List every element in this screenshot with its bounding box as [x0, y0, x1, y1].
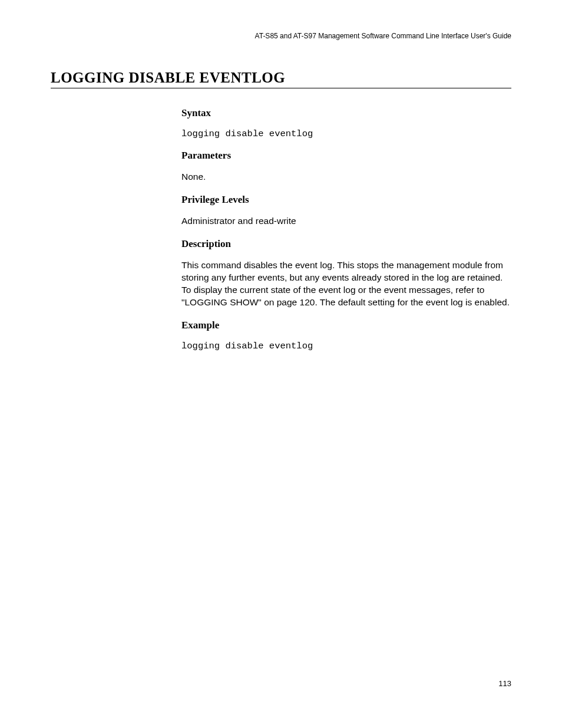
parameters-text: None.: [181, 171, 511, 183]
description-text: This command disables the event log. Thi…: [181, 259, 511, 309]
title-underline: [51, 88, 511, 88]
syntax-heading: Syntax: [181, 107, 511, 119]
description-heading: Description: [181, 238, 511, 250]
content-area: Syntax logging disable eventlog Paramete…: [181, 107, 511, 362]
syntax-code: logging disable eventlog: [181, 129, 511, 139]
privilege-text: Administrator and read-write: [181, 215, 511, 228]
header-guide-title: AT-S85 and AT-S97 Management Software Co…: [255, 32, 511, 40]
parameters-heading: Parameters: [181, 150, 511, 162]
page-number: 113: [498, 679, 511, 688]
example-heading: Example: [181, 319, 511, 331]
example-code: logging disable eventlog: [181, 341, 511, 351]
page-title: LOGGING DISABLE EVENTLOG: [51, 70, 285, 86]
privilege-heading: Privilege Levels: [181, 194, 511, 206]
